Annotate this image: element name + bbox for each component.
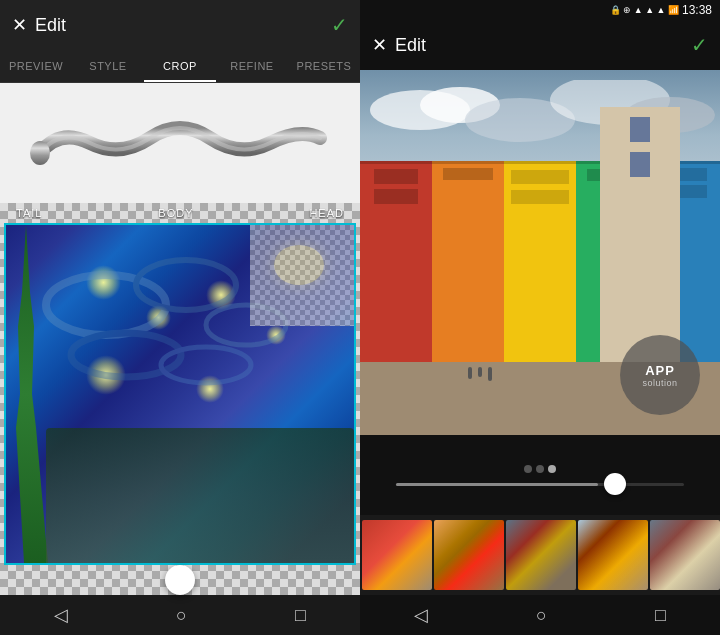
dot-2 xyxy=(536,465,544,473)
dots-indicator xyxy=(524,465,556,473)
left-tabs: PREVIEW STYLE CROP REFINE PRESETS xyxy=(0,50,360,83)
crop-label-head: HEAD xyxy=(309,207,344,219)
transparent-corner xyxy=(250,225,354,326)
right-panel: 🔒 ⊕ ▲ ▲ ▲ 📶 13:38 ✕ Edit ✓ xyxy=(360,0,720,635)
status-bar: 🔒 ⊕ ▲ ▲ ▲ 📶 13:38 xyxy=(360,0,720,20)
right-recent-btn[interactable]: □ xyxy=(635,601,686,630)
thumbnail-1[interactable] xyxy=(362,520,432,590)
wave-svg xyxy=(30,108,330,178)
right-close-icon[interactable]: ✕ xyxy=(372,34,387,56)
right-header-title: Edit xyxy=(395,35,426,56)
status-icons: 🔒 ⊕ ▲ ▲ ▲ 📶 xyxy=(610,5,679,15)
tab-style[interactable]: STYLE xyxy=(72,50,144,82)
building-yellow xyxy=(504,161,576,362)
building-red xyxy=(360,161,432,362)
right-header: ✕ Edit ✓ xyxy=(360,20,720,70)
svg-point-1 xyxy=(46,275,166,335)
church xyxy=(600,107,680,363)
crop-label-body: BODY xyxy=(158,207,193,219)
building-orange xyxy=(432,161,504,362)
thumbnail-3[interactable] xyxy=(506,520,576,590)
right-back-btn[interactable]: ◁ xyxy=(394,600,448,630)
crop-labels: TAIL BODY HEAD xyxy=(0,203,360,223)
thumbnail-strip xyxy=(360,515,720,595)
main-photo: APP solution xyxy=(360,70,720,435)
tab-crop[interactable]: CROP xyxy=(144,50,216,82)
left-panel: ✕ Edit ✓ PREVIEW STYLE CROP REFINE PRESE… xyxy=(0,0,360,635)
watermark: APP solution xyxy=(620,335,700,415)
dot-1 xyxy=(524,465,532,473)
left-header-title: Edit xyxy=(35,15,66,36)
progress-handle[interactable] xyxy=(604,473,626,495)
left-recent-btn[interactable]: □ xyxy=(275,601,326,630)
crop-label-tail: TAIL xyxy=(16,207,42,219)
left-slider-handle[interactable] xyxy=(165,565,195,595)
thumbnail-5[interactable] xyxy=(650,520,720,590)
watermark-line2: solution xyxy=(642,378,677,388)
thumbnail-2[interactable] xyxy=(434,520,504,590)
wave-area xyxy=(0,83,360,203)
left-home-btn[interactable]: ○ xyxy=(156,601,207,630)
right-confirm-icon[interactable]: ✓ xyxy=(691,33,708,57)
left-nav-bar: ◁ ○ □ xyxy=(0,595,360,635)
tab-presets[interactable]: PRESETS xyxy=(288,50,360,82)
dot-3 xyxy=(548,465,556,473)
painting-container xyxy=(4,223,356,565)
status-time: 13:38 xyxy=(682,3,712,17)
watermark-line1: APP xyxy=(645,363,675,378)
slider-section xyxy=(360,435,720,515)
crop-area: TAIL BODY HEAD xyxy=(0,203,360,595)
right-home-btn[interactable]: ○ xyxy=(516,601,567,630)
progress-fill xyxy=(396,483,598,486)
left-confirm-icon[interactable]: ✓ xyxy=(331,13,348,37)
left-header: ✕ Edit ✓ xyxy=(0,0,360,50)
village xyxy=(46,428,354,563)
city-photo: APP solution xyxy=(360,70,720,435)
thumbnail-4[interactable] xyxy=(578,520,648,590)
right-nav-bar: ◁ ○ □ xyxy=(360,595,720,635)
left-back-btn[interactable]: ◁ xyxy=(34,600,88,630)
svg-point-0 xyxy=(30,141,50,165)
tab-preview[interactable]: PREVIEW xyxy=(0,50,72,82)
left-close-icon[interactable]: ✕ xyxy=(12,14,27,36)
progress-bar[interactable] xyxy=(396,483,684,486)
tab-refine[interactable]: REFINE xyxy=(216,50,288,82)
painting-bg xyxy=(6,225,354,563)
